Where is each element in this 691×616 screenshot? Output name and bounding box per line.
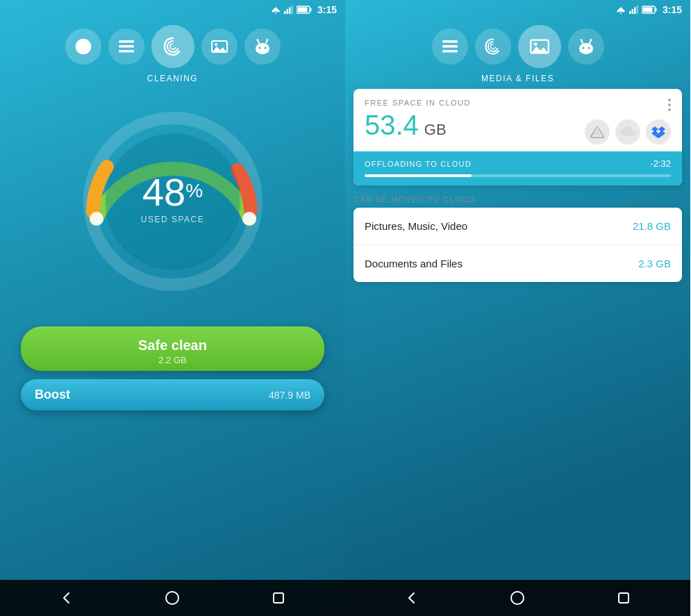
progress-track <box>365 174 671 177</box>
file-size-1: 2.3 GB <box>638 258 671 269</box>
svg-rect-6 <box>291 6 293 14</box>
svg-rect-37 <box>631 9 633 14</box>
svg-point-47 <box>533 42 537 46</box>
can-move-label: CAN BE MOVED TO CLOUD <box>353 195 682 203</box>
safe-clean-title: Safe clean <box>35 338 310 353</box>
svg-marker-48 <box>531 47 547 53</box>
offload-label: OFFLOADING TO CLOUD <box>365 160 472 168</box>
nav-android-btn[interactable] <box>244 28 281 65</box>
svg-rect-12 <box>119 40 134 43</box>
google-cloud-btn[interactable] <box>615 119 640 144</box>
svg-rect-32 <box>274 593 283 603</box>
left-screen: 3:15 <box>0 0 345 616</box>
svg-rect-65 <box>619 593 628 603</box>
status-bar-right: 3:15 <box>345 0 690 19</box>
svg-rect-8 <box>310 8 311 12</box>
back-btn-right[interactable] <box>398 584 426 612</box>
svg-rect-45 <box>442 50 458 53</box>
svg-rect-43 <box>442 40 458 43</box>
bottom-nav-right <box>345 580 690 616</box>
recents-btn-right[interactable] <box>610 584 638 612</box>
svg-rect-50 <box>580 47 592 52</box>
cloud-card: FREE SPACE IN CLOUD 53.4 GB <box>353 89 682 185</box>
free-space-value: 53.4 <box>365 111 419 139</box>
svg-point-24 <box>256 39 258 41</box>
svg-point-20 <box>258 47 260 49</box>
svg-point-31 <box>166 592 178 604</box>
nav-label-right: MEDIA & FILES <box>345 74 690 83</box>
nav-label-left: CLEANING <box>0 74 345 83</box>
svg-rect-39 <box>636 6 638 14</box>
file-name-0: Pictures, Music, Video <box>365 220 467 232</box>
svg-point-16 <box>215 43 217 46</box>
offload-section: OFFLOADING TO CLOUD -2:32 <box>353 151 682 185</box>
svg-rect-42 <box>642 8 652 13</box>
boost-title: Boost <box>35 388 70 402</box>
more-menu-btn[interactable] <box>668 99 671 111</box>
buttons-area: Safe clean 2.2 GB Boost 487.9 MB <box>0 313 345 417</box>
dropbox-btn[interactable] <box>646 119 671 144</box>
progress-fill <box>365 174 472 177</box>
nav-clean-btn[interactable] <box>151 25 194 68</box>
svg-rect-36 <box>629 11 631 14</box>
status-time-left: 3:15 <box>317 4 337 15</box>
cloud-top: FREE SPACE IN CLOUD 53.4 GB <box>353 89 682 151</box>
nav-list-btn[interactable] <box>108 28 144 65</box>
google-drive-btn[interactable] <box>585 119 610 144</box>
svg-rect-13 <box>119 45 134 48</box>
offload-time: -2:32 <box>650 158 671 169</box>
nav-logo-btn[interactable] <box>65 28 101 65</box>
svg-point-56 <box>590 39 592 41</box>
svg-point-21 <box>264 47 266 49</box>
svg-rect-4 <box>286 9 288 14</box>
file-size-0: 21.8 GB <box>633 220 671 232</box>
gauge-percent-value: 48 <box>142 173 185 212</box>
home-btn-left[interactable] <box>158 584 186 612</box>
free-space-label: FREE SPACE IN CLOUD <box>365 99 471 107</box>
svg-rect-5 <box>289 8 291 15</box>
list-item[interactable]: Pictures, Music, Video 21.8 GB <box>353 208 682 245</box>
svg-point-52 <box>588 47 590 49</box>
back-btn-left[interactable] <box>53 584 81 612</box>
safe-clean-button[interactable]: Safe clean 2.2 GB <box>21 326 324 371</box>
nav-media-btn[interactable] <box>201 28 238 65</box>
boost-button[interactable]: Boost 487.9 MB <box>21 379 324 410</box>
svg-point-11 <box>81 44 86 49</box>
gauge-used-label: USED SPACE <box>141 215 204 224</box>
nav-bar-left <box>0 19 345 71</box>
free-space-unit: GB <box>424 121 447 139</box>
gauge-center: 48 % USED SPACE <box>141 173 204 224</box>
svg-point-2 <box>275 13 276 14</box>
status-time-right: 3:15 <box>663 4 682 15</box>
boost-size: 487.9 MB <box>269 390 310 401</box>
gauge-area: 48 % USED SPACE <box>0 90 345 313</box>
svg-point-51 <box>582 47 584 49</box>
right-screen: 3:15 <box>345 0 690 616</box>
svg-rect-41 <box>655 8 656 12</box>
home-btn-right[interactable] <box>503 584 531 612</box>
svg-rect-9 <box>297 8 307 13</box>
svg-rect-3 <box>284 11 286 14</box>
status-bar-left: 3:15 <box>0 0 345 19</box>
nav-list-btn-right[interactable] <box>432 28 468 65</box>
svg-point-35 <box>620 13 622 14</box>
svg-point-29 <box>90 212 103 226</box>
svg-point-25 <box>266 39 268 41</box>
svg-point-55 <box>580 39 582 41</box>
file-list: Pictures, Music, Video 21.8 GB Documents… <box>353 208 682 282</box>
svg-point-30 <box>242 212 256 226</box>
bottom-nav-left <box>0 580 345 616</box>
nav-bar-right <box>345 19 690 71</box>
list-item[interactable]: Documents and Files 2.3 GB <box>353 245 682 282</box>
svg-rect-19 <box>256 47 269 52</box>
nav-clean-btn-right[interactable] <box>475 28 511 65</box>
nav-android-btn-right[interactable] <box>568 28 604 65</box>
file-name-1: Documents and Files <box>365 258 463 269</box>
safe-clean-size: 2.2 GB <box>35 355 310 365</box>
recents-btn-left[interactable] <box>265 584 292 612</box>
cloud-service-icons <box>585 119 671 144</box>
gauge-percent-sign: % <box>185 180 203 202</box>
svg-point-64 <box>511 592 524 604</box>
svg-rect-14 <box>119 50 134 53</box>
nav-media-btn-right[interactable] <box>518 25 561 68</box>
